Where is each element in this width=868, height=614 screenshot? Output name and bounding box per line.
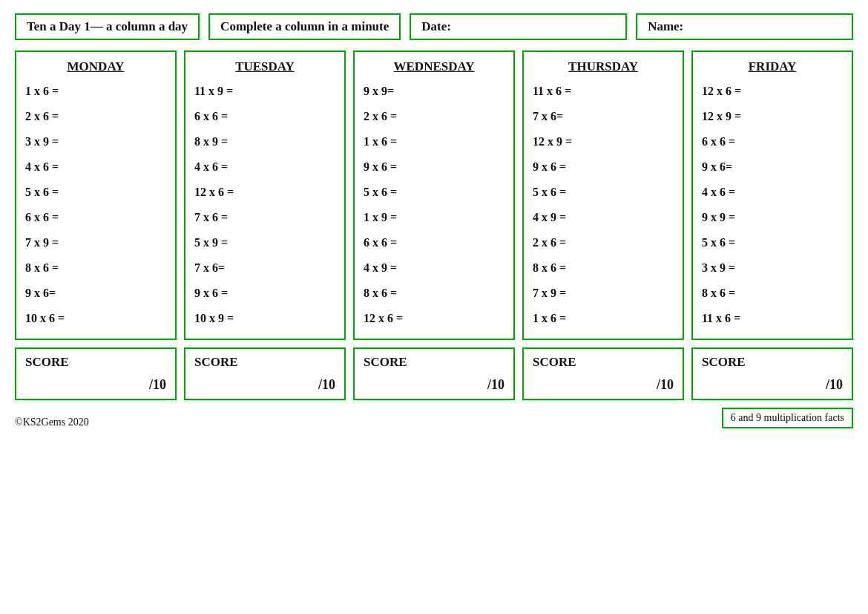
- problem-2-3: 9 x 6 =: [364, 154, 504, 180]
- problem-3-4: 5 x 6 =: [533, 180, 674, 205]
- header: Ten a Day 1— a column a day Complete a c…: [15, 13, 853, 40]
- problem-1-0: 11 x 9 =: [194, 79, 335, 104]
- problem-3-2: 12 x 9 =: [533, 129, 674, 154]
- problem-0-3: 4 x 6 =: [25, 154, 166, 180]
- problem-1-2: 8 x 9 =: [194, 129, 335, 154]
- score-value: /10: [194, 377, 335, 393]
- problem-4-8: 8 x 6 =: [702, 281, 843, 306]
- facts-box: 6 and 9 multiplication facts: [722, 408, 853, 428]
- score-value: /10: [364, 377, 504, 393]
- day-column-wednesday: WEDNESDAY9 x 9=2 x 6 =1 x 6 =9 x 6 =5 x …: [353, 50, 515, 340]
- header-complete: Complete a column in a minute: [208, 13, 401, 40]
- problem-4-2: 6 x 6 =: [702, 129, 843, 154]
- day-header-thursday: THURSDAY: [533, 59, 674, 74]
- problem-3-1: 7 x 6=: [533, 104, 674, 129]
- columns-row: MONDAY1 x 6 =2 x 6 =3 x 9 =4 x 6 =5 x 6 …: [15, 50, 853, 340]
- score-box-wednesday: SCORE/10: [353, 347, 515, 400]
- score-label: SCORE: [533, 355, 674, 370]
- problem-2-2: 1 x 6 =: [364, 129, 504, 154]
- problem-0-2: 3 x 9 =: [25, 129, 166, 154]
- problem-1-3: 4 x 6 =: [194, 154, 335, 180]
- problem-4-9: 11 x 6 =: [702, 306, 843, 331]
- day-header-friday: FRIDAY: [702, 59, 843, 74]
- header-title: Ten a Day 1— a column a day: [15, 13, 200, 40]
- problem-0-7: 8 x 6 =: [25, 255, 166, 281]
- problem-1-8: 9 x 6 =: [194, 281, 335, 306]
- problem-0-4: 5 x 6 =: [25, 180, 166, 205]
- problem-2-7: 4 x 9 =: [364, 255, 504, 281]
- problem-4-3: 9 x 6=: [702, 154, 843, 180]
- score-label: SCORE: [25, 355, 166, 370]
- score-box-tuesday: SCORE/10: [184, 347, 346, 400]
- problem-2-9: 12 x 6 =: [364, 306, 504, 331]
- problem-0-6: 7 x 9 =: [25, 230, 166, 255]
- problem-4-0: 12 x 6 =: [702, 79, 843, 104]
- score-value: /10: [533, 377, 674, 393]
- score-value: /10: [702, 377, 843, 393]
- problem-3-0: 11 x 6 =: [533, 79, 674, 104]
- problem-2-0: 9 x 9=: [364, 79, 504, 104]
- problem-0-9: 10 x 6 =: [25, 306, 166, 331]
- problem-3-6: 2 x 6 =: [533, 230, 674, 255]
- footer-row: ©KS2Gems 2020 6 and 9 multiplication fac…: [15, 408, 853, 428]
- problem-2-4: 5 x 6 =: [364, 180, 504, 205]
- score-label: SCORE: [702, 355, 843, 370]
- problem-1-7: 7 x 6=: [194, 255, 335, 281]
- problem-0-5: 6 x 6 =: [25, 205, 166, 230]
- score-label: SCORE: [364, 355, 504, 370]
- problem-3-5: 4 x 9 =: [533, 205, 674, 230]
- day-header-monday: MONDAY: [25, 59, 166, 74]
- problem-0-8: 9 x 6=: [25, 281, 166, 306]
- day-column-tuesday: TUESDAY11 x 9 =6 x 6 =8 x 9 =4 x 6 =12 x…: [184, 50, 346, 340]
- header-name: Name:: [636, 13, 853, 40]
- problem-3-9: 1 x 6 =: [533, 306, 674, 331]
- problem-4-1: 12 x 9 =: [702, 104, 843, 129]
- problem-3-7: 8 x 6 =: [533, 255, 674, 281]
- problem-4-5: 9 x 9 =: [702, 205, 843, 230]
- problem-2-1: 2 x 6 =: [364, 104, 504, 129]
- problem-1-9: 10 x 9 =: [194, 306, 335, 331]
- score-box-monday: SCORE/10: [15, 347, 177, 400]
- day-header-tuesday: TUESDAY: [194, 59, 335, 74]
- problem-1-1: 6 x 6 =: [194, 104, 335, 129]
- problem-4-6: 5 x 6 =: [702, 230, 843, 255]
- problem-1-5: 7 x 6 =: [194, 205, 335, 230]
- problem-1-6: 5 x 9 =: [194, 230, 335, 255]
- problem-4-7: 3 x 9 =: [702, 255, 843, 281]
- problem-1-4: 12 x 6 =: [194, 180, 335, 205]
- day-header-wednesday: WEDNESDAY: [364, 59, 504, 74]
- problem-4-4: 4 x 6 =: [702, 180, 843, 205]
- day-column-thursday: THURSDAY11 x 6 =7 x 6=12 x 9 =9 x 6 =5 x…: [522, 50, 684, 340]
- problem-3-8: 7 x 9 =: [533, 281, 674, 306]
- score-label: SCORE: [194, 355, 335, 370]
- problem-3-3: 9 x 6 =: [533, 154, 674, 180]
- problem-2-5: 1 x 9 =: [364, 205, 504, 230]
- score-box-thursday: SCORE/10: [522, 347, 684, 400]
- header-date: Date:: [410, 13, 627, 40]
- problem-2-8: 8 x 6 =: [364, 281, 504, 306]
- day-column-monday: MONDAY1 x 6 =2 x 6 =3 x 9 =4 x 6 =5 x 6 …: [15, 50, 177, 340]
- copyright: ©KS2Gems 2020: [15, 417, 89, 428]
- score-row: SCORE/10SCORE/10SCORE/10SCORE/10SCORE/10: [15, 347, 853, 400]
- day-column-friday: FRIDAY12 x 6 =12 x 9 =6 x 6 =9 x 6=4 x 6…: [691, 50, 853, 340]
- score-value: /10: [25, 377, 166, 393]
- problem-0-0: 1 x 6 =: [25, 79, 166, 104]
- problem-0-1: 2 x 6 =: [25, 104, 166, 129]
- score-box-friday: SCORE/10: [691, 347, 853, 400]
- problem-2-6: 6 x 6 =: [364, 230, 504, 255]
